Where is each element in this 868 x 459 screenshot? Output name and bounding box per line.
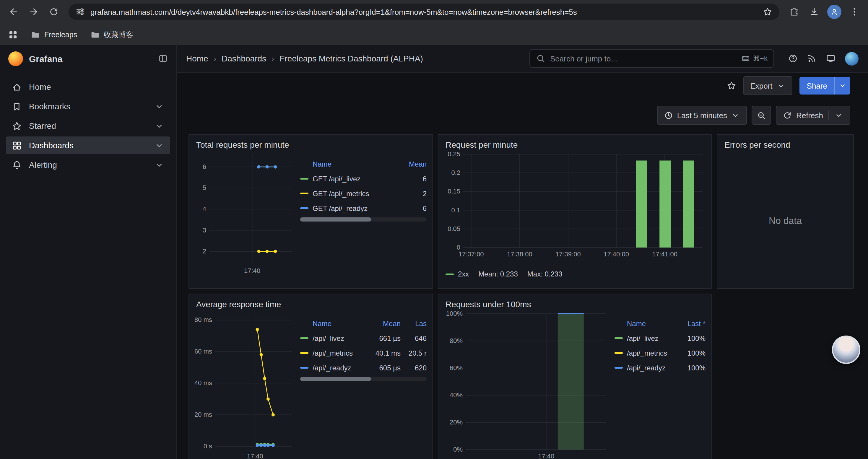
legend-col[interactable]: Mean [370,319,401,328]
legend-row[interactable]: /api/_metrics100% [615,346,706,360]
legend-scrollbar[interactable] [300,218,427,222]
kiosk-button[interactable] [826,54,836,63]
panel-body: 6543217:40NameMeanGET /api/_livez6GET /a… [189,150,433,280]
scrollbar-thumb[interactable] [300,377,371,381]
legend-series-name[interactable]: /api/_metrics [615,349,674,357]
chevron-down-icon[interactable] [154,140,164,150]
forward-button[interactable] [25,3,42,21]
svg-text:0.25: 0.25 [447,150,460,158]
breadcrumb-item[interactable]: Dashboards [222,54,266,63]
legend-col[interactable]: Last * [680,319,706,328]
legend-series-name[interactable]: /api/_metrics [300,349,364,357]
zoom-out-button[interactable] [752,106,771,125]
svg-text:17:37:00: 17:37:00 [459,251,484,258]
chevron-down-icon[interactable] [154,101,164,111]
grid-icon [8,30,18,40]
legend-row[interactable]: GET /api/_readyz6 [300,201,427,216]
site-settings-icon[interactable] [75,7,85,17]
legend-scrollbar[interactable] [300,377,427,381]
rss-icon [807,54,816,63]
legend-row[interactable]: /api/_readyz605 µs620 [300,360,427,375]
panel-body: No data [717,216,853,230]
chevron-down-icon[interactable] [154,121,164,131]
legend-col-name[interactable]: Name [300,319,364,328]
panel-title[interactable]: Total requests per minute [189,135,433,150]
refresh-button[interactable]: Refresh [776,106,850,125]
bookmark-folder[interactable]: Freeleaps [31,30,77,40]
legend-series-name[interactable]: GET /api/_readyz [300,204,392,212]
panel-title[interactable]: Requests under 100ms [438,294,711,309]
legend-series-name[interactable]: /api/_readyz [300,364,364,372]
legend-series-name[interactable]: /api/_readyz [615,364,674,372]
legend-series-name[interactable]: GET /api/_metrics [300,189,392,198]
search-input[interactable]: Search or jump to... ⌘+k [529,49,774,68]
legend-row[interactable]: /api/_livez661 µs646 [300,331,427,346]
panel-title[interactable]: Request per minute [438,135,711,150]
series-color-icon [300,367,308,369]
chart-canvas: 80 ms60 ms40 ms20 ms0 s17:40 [194,309,296,459]
legend-col-name[interactable]: Name [300,160,392,168]
address-bar[interactable]: grafana.mathmast.com/d/deytv4rwavabkb/fr… [68,4,779,20]
legend-row[interactable]: GET /api/_livez6 [300,171,427,186]
legend-series-name[interactable]: /api/_livez [300,334,364,342]
chart[interactable]: 0.250.20.150.10.05017:37:0017:38:0017:39… [443,150,707,259]
legend-series-name[interactable]: GET /api/_livez [300,174,392,183]
legend-col[interactable]: Las [406,319,427,328]
legend-series-name[interactable]: 2xx [458,270,469,278]
chart[interactable]: 80 ms60 ms40 ms20 ms0 s17:40 [194,309,296,459]
legend-row[interactable]: /api/_metrics40.1 ms20.5 r [300,346,427,360]
time-range-picker[interactable]: Last 5 minutes [657,106,747,125]
scrollbar-thumb[interactable] [300,218,371,222]
url-text: grafana.mathmast.com/d/deytv4rwavabkb/fr… [90,7,757,16]
panel-title[interactable]: Errors per second [717,135,853,150]
chart-canvas: 6543217:40 [194,150,296,276]
legend-row[interactable]: /api/_readyz100% [615,360,706,375]
extensions-button[interactable] [785,3,803,21]
panel-title[interactable]: Average response time [189,294,433,309]
bookmark-label: 收藏博客 [104,30,133,40]
user-avatar[interactable] [845,52,859,65]
chart[interactable]: 100%80%60%40%20%0%17:40 [443,309,610,459]
floating-assistant-avatar[interactable] [832,335,860,364]
sidebar-item-dashboards[interactable]: Dashboards [6,136,170,154]
chevron-down-icon[interactable] [154,160,164,170]
bookmark-icon [12,101,22,111]
legend-row[interactable]: GET /api/_metrics2 [300,186,427,201]
screen: grafana.mathmast.com/d/deytv4rwavabkb/fr… [0,0,868,459]
apps-grid-button[interactable] [8,30,18,40]
news-button[interactable] [807,54,816,63]
series-color-icon [300,193,308,194]
breadcrumb-item[interactable]: Freeleaps Metrics Dashboard (ALPHA) [279,54,423,63]
panel-legend: NameLast */api/_livez100%/api/_metrics10… [615,316,706,459]
svg-text:0.1: 0.1 [451,206,460,214]
sidebar-item-home[interactable]: Home [6,78,170,96]
favorite-button[interactable] [726,81,736,90]
share-button[interactable]: Share [800,77,850,95]
browser-menu-button[interactable] [845,3,863,21]
downloads-button[interactable] [805,3,823,21]
brand-title: Grafana [29,54,152,64]
reload-button[interactable] [45,3,63,21]
svg-text:60%: 60% [450,364,463,371]
legend-col[interactable]: Mean [398,160,427,168]
legend-value: 100% [680,364,706,372]
back-button[interactable] [5,3,23,21]
sidebar-collapse-button[interactable] [158,54,168,63]
bookmark-star-icon[interactable] [763,7,772,17]
svg-text:17:40: 17:40 [538,453,554,459]
chart[interactable]: 6543217:40 [194,150,296,276]
breadcrumb-item[interactable]: Home [186,54,208,63]
sidebar-item-bookmarks[interactable]: Bookmarks [6,97,170,115]
folder-icon [90,30,99,40]
grafana-logo-icon[interactable] [8,51,23,66]
chevron-down-icon[interactable] [834,77,850,95]
legend-col-name[interactable]: Name [615,319,674,328]
sidebar-item-starred[interactable]: Starred [6,117,170,135]
profile-button[interactable] [826,3,843,21]
legend-row[interactable]: /api/_livez100% [615,331,706,346]
sidebar-item-alerting[interactable]: Alerting [6,156,170,174]
bookmark-folder[interactable]: 收藏博客 [90,30,133,40]
export-button[interactable]: Export [743,76,793,95]
help-button[interactable] [788,54,798,63]
legend-series-name[interactable]: /api/_livez [615,334,674,342]
